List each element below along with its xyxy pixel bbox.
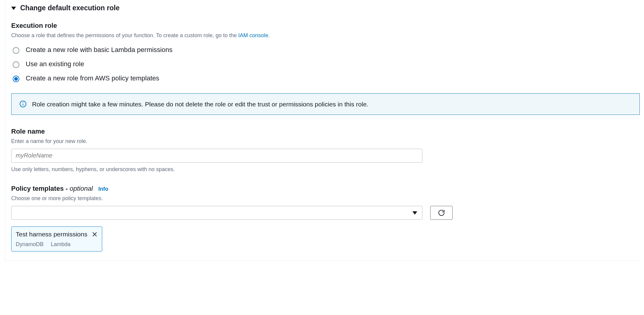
label-text: Policy templates - [11, 185, 70, 192]
svg-point-2 [23, 102, 23, 103]
execution-role-label: Execution role [11, 21, 640, 31]
info-icon [19, 100, 27, 108]
refresh-icon [438, 209, 445, 216]
policy-templates-dropdown[interactable] [11, 206, 422, 220]
radio-option-policy-templates[interactable]: Create a new role from AWS policy templa… [11, 71, 640, 86]
radio-input[interactable] [13, 47, 19, 54]
token-sub-item: DynamoDB [16, 241, 44, 248]
radio-label[interactable]: Create a new role with basic Lambda perm… [26, 45, 172, 55]
refresh-button[interactable] [430, 206, 453, 220]
token-title: Test harness permissions [16, 230, 87, 239]
execution-role-radio-group: Create a new role with basic Lambda perm… [11, 43, 640, 85]
policy-templates-label: Policy templates - optional [11, 184, 93, 193]
execution-role-section: Execution role Choose a role that define… [11, 21, 640, 115]
radio-option-existing[interactable]: Use an existing role [11, 57, 640, 71]
radio-label[interactable]: Use an existing role [26, 60, 84, 69]
radio-option-new-basic[interactable]: Create a new role with basic Lambda perm… [11, 43, 640, 57]
caret-down-icon [11, 7, 16, 10]
close-icon [92, 231, 98, 237]
role-name-section: Role name Enter a name for your new role… [11, 127, 640, 173]
role-name-description: Enter a name for your new role. [11, 138, 640, 145]
desc-text: Choose a role that defines the permissio… [11, 32, 238, 38]
role-name-label: Role name [11, 127, 640, 136]
info-link[interactable]: Info [98, 185, 108, 193]
iam-console-link[interactable]: IAM console [238, 32, 268, 38]
collapse-header[interactable]: Change default execution role [11, 0, 640, 21]
execution-role-description: Choose a role that defines the permissio… [11, 32, 640, 39]
info-alert: Role creation might take a few minutes. … [11, 93, 640, 115]
role-name-input[interactable] [11, 149, 422, 163]
desc-text-post: . [268, 32, 270, 38]
radio-input[interactable] [13, 76, 19, 82]
radio-label[interactable]: Create a new role from AWS policy templa… [26, 74, 159, 83]
token-sub-item: Lambda [51, 241, 70, 248]
chevron-down-icon [412, 211, 417, 215]
token-remove-button[interactable] [92, 231, 98, 237]
policy-template-token: Test harness permissions DynamoDB Lambda [11, 226, 102, 252]
execution-role-panel: Change default execution role Execution … [5, 0, 640, 261]
role-name-hint: Use only letters, numbers, hyphens, or u… [11, 166, 640, 173]
section-title: Change default execution role [20, 3, 119, 13]
optional-text: optional [70, 185, 93, 192]
radio-input[interactable] [13, 61, 19, 68]
policy-templates-description: Choose one or more policy templates. [11, 195, 640, 202]
alert-text: Role creation might take a few minutes. … [32, 100, 368, 109]
policy-templates-section: Policy templates - optional Info Choose … [11, 184, 640, 252]
